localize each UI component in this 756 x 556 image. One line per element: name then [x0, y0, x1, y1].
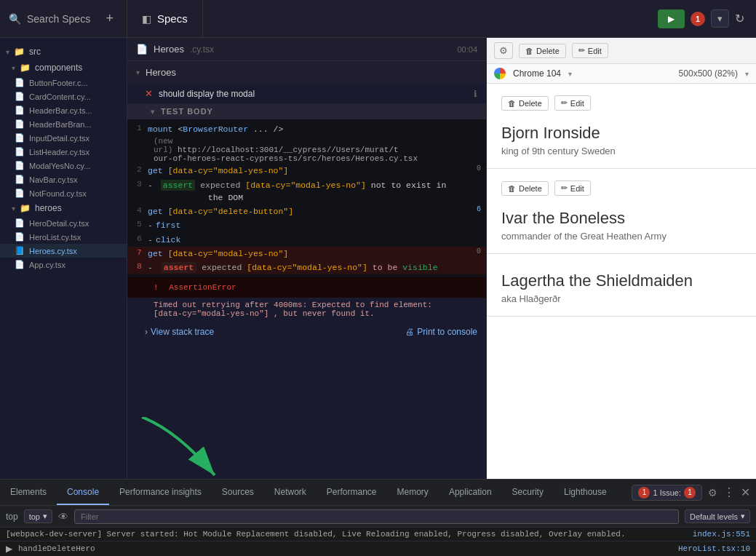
search-specs-area: 🔍 Search Specs + [0, 0, 127, 37]
hero-delete-button[interactable]: 🗑 Delete [501, 96, 549, 111]
print-console-label: Print to console [417, 327, 477, 337]
sidebar-item-buttonfooter[interactable]: 📄 ButtonFooter.c... [0, 76, 127, 90]
sidebar-item-modalyesno[interactable]: 📄 ModalYesNo.cy... [0, 159, 127, 172]
log-text-2: handleDeleteHero [18, 544, 672, 553]
sidebar-file-label: HeaderBar.cy.ts... [29, 106, 92, 115]
sidebar-item-inputdetail[interactable]: 📄 InputDetail.cy.tsx [0, 131, 127, 145]
top-label: top [6, 512, 18, 522]
test-case-item[interactable]: ✕ should display the modal ℹ [127, 84, 486, 103]
sidebar-components-label: components [35, 63, 82, 73]
run-button[interactable]: ▶ [658, 9, 685, 28]
devtools-tab-lighthouse[interactable]: Lighthouse [554, 480, 617, 505]
devtools-tab-elements[interactable]: Elements [0, 480, 57, 505]
log-link-2[interactable]: HeroList.tsx:10 [678, 544, 750, 553]
chevron-icon: ▾ [12, 204, 15, 213]
edit-icon: ✏ [578, 46, 585, 55]
file-icon: 📄 [15, 260, 25, 269]
sidebar-item-app[interactable]: 📄 App.cy.tsx [0, 258, 127, 271]
edit-btn-label: Edit [570, 184, 584, 193]
test-header-ext: .cy.tsx [190, 44, 214, 55]
sidebar-folder-src[interactable]: ▾ 📁 src [0, 44, 127, 60]
devtools-tab-console[interactable]: Console [57, 480, 109, 505]
sidebar-file-label: ListHeader.cy.tsx [29, 148, 89, 156]
exclamation-icon: ! [154, 283, 159, 292]
add-spec-button[interactable]: + [101, 9, 118, 28]
code-block: 1 mount <BrowserRouter ... /> (new url) … [127, 119, 486, 277]
hero-desc: king of 9th century Sweden [501, 146, 741, 156]
test-body-label-text: TEST BODY [161, 107, 213, 116]
sidebar-item-heroes[interactable]: 📘 Heroes.cy.tsx [0, 244, 127, 258]
error-message: Timed out retrying after 4000ms: Expecte… [127, 298, 486, 321]
log-link-1[interactable]: index.js:551 [693, 530, 750, 539]
levels-dropdown[interactable]: Default levels ▾ [685, 509, 750, 523]
chevron-icon: ▾ [12, 64, 15, 72]
devtools-tab-application[interactable]: Application [439, 480, 502, 505]
line-num: 4 [127, 205, 148, 215]
sidebar-item-listheader[interactable]: 📄 ListHeader.cy.tsx [0, 145, 127, 159]
line-num: 2 [127, 164, 148, 174]
browser-edit-button[interactable]: ✏ Edit [572, 43, 608, 58]
chevron-right-icon: › [145, 327, 148, 337]
top-dropdown[interactable]: top ▾ [24, 509, 52, 523]
tab-label: Sources [222, 487, 254, 497]
sidebar-item-navbar[interactable]: 📄 NavBar.cy.tsx [0, 172, 127, 186]
file-icon: 📄 [15, 161, 25, 170]
hero-edit-button[interactable]: ✏ Edit [554, 180, 591, 196]
filter-input[interactable] [74, 509, 679, 524]
sidebar-item-herolist[interactable]: 📄 HeroList.cy.tsx [0, 230, 127, 244]
sidebar-folder-components[interactable]: ▾ 📁 components [0, 60, 127, 76]
tab-label: Memory [397, 487, 429, 497]
dropdown-chevron-icon: ▾ [43, 512, 47, 521]
devtools-tab-sources[interactable]: Sources [212, 480, 264, 505]
devtools-tab-memory[interactable]: Memory [387, 480, 439, 505]
sidebar-folder-heroes[interactable]: ▾ 📁 heroes [0, 200, 127, 216]
sidebar-item-headerbarbran[interactable]: 📄 HeaderBarBran... [0, 117, 127, 131]
devtools-tab-performance[interactable]: Performance [317, 480, 387, 505]
sidebar-item-notfound[interactable]: 📄 NotFound.cy.tsx [0, 186, 127, 200]
sidebar-heroes-label: heroes [35, 203, 62, 213]
close-devtools-button[interactable]: ✕ [741, 485, 750, 499]
chevron-button[interactable]: ▾ [711, 9, 729, 28]
browser-delete-button[interactable]: 🗑 Delete [519, 44, 566, 58]
devtools-tab-performance-insights[interactable]: Performance insights [109, 480, 212, 505]
sidebar-item-herodetail[interactable]: 📄 HeroDetail.cy.tsx [0, 216, 127, 230]
hero-name: Lagertha the Shieldmaiden [501, 271, 741, 290]
hero-card-bjorn: 🗑 Delete ✏ Edit Bjorn Ironside king of 9… [487, 84, 756, 169]
sidebar-item-cardcontent[interactable]: 📄 CardContent.cy... [0, 90, 127, 103]
file-icon: 📄 [15, 78, 25, 87]
view-stack-label: View stack trace [151, 327, 214, 337]
print-console-link[interactable]: 🖨 Print to console [405, 327, 477, 337]
console-log-row-1: [webpack-dev-server] Server started: Hot… [0, 527, 756, 541]
file-icon: 📄 [15, 218, 25, 228]
browser-scroll-area[interactable]: 🗑 Delete ✏ Edit Bjorn Ironside king of 9… [487, 84, 756, 479]
console-log-row-2: ▶ handleDeleteHero HeroList.tsx:10 [0, 541, 756, 556]
sidebar-src-label: src [29, 47, 41, 57]
file-icon: 📄 [15, 92, 25, 101]
sidebar-file-label: Heroes.cy.tsx [29, 247, 77, 255]
print-icon: 🖨 [405, 327, 414, 337]
info-icon: ℹ [474, 89, 477, 99]
devtools-tab-security[interactable]: Security [502, 480, 554, 505]
view-stack-link[interactable]: › View stack trace [145, 327, 214, 337]
code-line-7: 7 get [data-cy="modal-yes-no"] 0 [127, 247, 486, 261]
hero-name: Ivar the Boneless [501, 209, 741, 228]
test-case-label: should display the modal [159, 89, 468, 99]
eye-button[interactable]: 👁 [58, 511, 68, 523]
sidebar-item-headerbar[interactable]: 📄 HeaderBar.cy.ts... [0, 103, 127, 117]
browser-gear-button[interactable]: ⚙ [494, 42, 513, 59]
devtools-bar: Elements Console Performance insights So… [0, 479, 756, 505]
hero-edit-button[interactable]: ✏ Edit [554, 95, 591, 111]
line-badge: 0 [471, 247, 486, 255]
refresh-button[interactable]: ↻ [735, 12, 744, 25]
specs-tab[interactable]: ◧ Specs [127, 0, 203, 37]
file-icon: 📄 [15, 175, 25, 184]
code-line-5: 5 -first [127, 218, 486, 232]
more-button[interactable]: ⋮ [723, 485, 735, 499]
hero-desc: commander of the Great Heathen Army [501, 231, 741, 242]
settings-button[interactable]: ⚙ [708, 487, 717, 499]
devtools-tab-network[interactable]: Network [264, 480, 317, 505]
code-line-4: 4 get [data-cy="delete-button"] 6 [127, 204, 486, 218]
line-content: get [data-cy="delete-button"] [148, 205, 471, 218]
line-content: -click [148, 234, 471, 246]
hero-delete-button[interactable]: 🗑 Delete [501, 181, 549, 196]
